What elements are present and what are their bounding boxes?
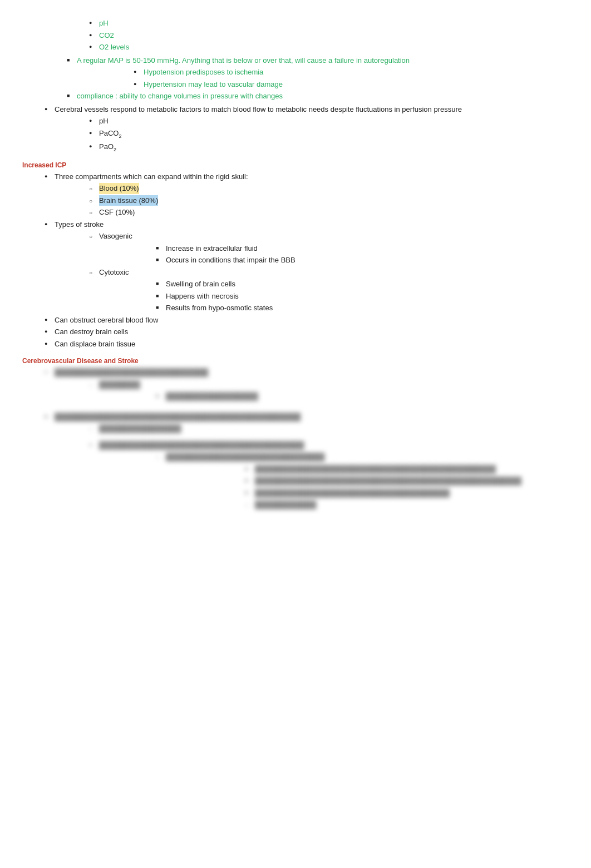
cerebral-list-item: ● Cerebral vessels respond to metabolic … [45, 104, 569, 115]
bullet-open-circle-icon: ○ [245, 501, 255, 509]
bullet-circle-icon: ● [89, 130, 99, 137]
bullet-square-icon: ■ [245, 489, 255, 497]
brain-tissue-text: Brain tissue (80%) [99, 195, 158, 206]
blurred-item-3: ■ ██████████████████████████████████████… [22, 411, 569, 510]
hypertension-text: Hypertension may lead to vascular damage [144, 79, 283, 90]
displace-text: Can displace brain tissue [55, 339, 135, 350]
bullet-open-circle-icon: ○ [89, 185, 99, 193]
swelling-text: Swelling of brain cells [166, 279, 235, 290]
cerebral-text: Cerebral vessels respond to metabolic fa… [55, 104, 462, 115]
list-item: ○ ████████████████ [89, 423, 569, 434]
bullet-square-icon: ■ [156, 304, 166, 312]
list-item: ● Can destroy brain cells [45, 326, 569, 338]
blurred-subitems: ○ ████████ ■ ██████████████████ [45, 379, 569, 402]
bullet-square-icon: ■ [245, 477, 255, 485]
bullet-circle-icon: ● [89, 43, 99, 51]
vasogenic-text: Vasogenic [99, 231, 132, 242]
list-item: ● ██████████████████████████████████████… [89, 440, 569, 451]
cvd-header: Cerebrovascular Disease and Stroke [22, 357, 569, 365]
list-item: ● Can displace brain tissue [45, 339, 569, 350]
cytotoxic-item: ○ Cytotoxic [89, 267, 569, 278]
map-text: A regular MAP is 50-150 mmHg. Anything t… [77, 55, 410, 66]
bullet-square-icon: ■ [156, 256, 166, 264]
list-item: ● Hypertension may lead to vascular dama… [134, 79, 569, 90]
blurred-content: ● ██████████████████████████████ ○ █████… [22, 367, 569, 510]
list-item: ● pH [89, 116, 569, 127]
list-item: ● PaCO2 [89, 128, 569, 140]
bullet-open-circle-icon: ○ [89, 381, 99, 389]
item-text: pH [99, 18, 109, 29]
increased-icp-section: Increased ICP ● Three compartments which… [22, 161, 569, 350]
blurred-item-1: ● ██████████████████████████████ ○ █████… [22, 367, 569, 402]
cerebral-subitems: ● pH ● PaCO2 ● PaO2 [45, 116, 569, 153]
bullet-circle-icon: ● [45, 221, 55, 229]
blurred-sub-6: ████████████████████████████████████████… [255, 475, 521, 487]
bullet-square-icon: ■ [156, 393, 166, 400]
list-item: ● PaO2 [89, 141, 569, 153]
blurred-level2-c: ● ██████████████████████████████████████… [45, 440, 569, 510]
list-item: ■ ██████████████████████████████████████… [245, 475, 569, 487]
bullet-circle-icon: ● [89, 117, 99, 125]
bullet-circle-icon: ● [45, 369, 55, 376]
bullet-circle-icon: ● [89, 19, 99, 27]
cerebral-section: ● Cerebral vessels respond to metabolic … [22, 104, 569, 153]
list-item: ■ ██████████████████ [156, 391, 569, 402]
bullet-circle-icon: ● [89, 442, 99, 449]
item-text: CO2 [99, 30, 114, 41]
cvd-section: Cerebrovascular Disease and Stroke ● ███… [22, 357, 569, 510]
list-item: ○ ████████ [89, 379, 569, 390]
compartments-item: ● Three compartments which can expand wi… [22, 171, 569, 218]
obstruct-text: Can obstruct cerebral blood flow [55, 315, 158, 326]
bullet-circle-icon: ● [89, 143, 99, 151]
map-section: ■ A regular MAP is 50-150 mmHg. Anything… [22, 55, 569, 102]
hypo-osmotic-text: Results from hypo-osmotic states [166, 302, 273, 314]
map-subitems: ● Hypotension predisposes to ischemia ● … [67, 67, 569, 90]
bullet-square-icon: ■ [156, 292, 166, 300]
blurred-level4: ■ ██████████████████████████████████████… [156, 464, 569, 499]
csf-item: ○ CSF (10%) [89, 207, 569, 218]
list-item: ■ Swelling of brain cells [156, 279, 569, 290]
blurred-group-2: ■ ██████████████████████████████████████… [22, 409, 569, 510]
pao2-text: PaO2 [99, 141, 116, 153]
stroke-types: ○ Vasogenic ■ Increase in extracellular … [45, 231, 569, 314]
bullet-square-icon: ■ [45, 413, 55, 421]
blurred-sub-5: ████████████████████████████████████████… [255, 464, 496, 475]
bullet-open-circle-icon: ○ [156, 453, 166, 462]
list-item: ● Can obstruct cerebral blood flow [45, 315, 569, 326]
list-item: ● O2 levels [89, 42, 569, 53]
vasogenic-subitems: ■ Increase in extracellular fluid ■ Occu… [89, 243, 569, 266]
bullet-square-icon: ■ [156, 245, 166, 252]
list-item: ■ Results from hypo-osmotic states [156, 302, 569, 314]
blurred-sub-8: ████████████ [255, 499, 317, 510]
blurred-sub-1: ████████ [99, 379, 140, 390]
bullet-open-circle-icon: ○ [89, 232, 99, 241]
bullet-circle-icon: ● [89, 32, 99, 39]
list-item: ● CO2 [89, 30, 569, 41]
list-item: ■ ██████████████████████████████████████ [245, 488, 569, 499]
bullet-circle-icon: ● [45, 106, 55, 113]
bullet-circle-icon: ● [45, 316, 55, 324]
brain-tissue-item: ○ Brain tissue (80%) [89, 195, 569, 206]
blurred-sub-2: ██████████████████ [166, 391, 258, 402]
bbb-text: Occurs in conditions that impair the BBB [166, 255, 296, 266]
compliance-item: ■ compliance : ability to change volumes… [67, 91, 569, 102]
page-content: ● pH ● CO2 ● O2 levels ■ A regular MAP i… [22, 11, 569, 510]
blurred-text-3: ████████████████████████████████████████… [55, 411, 301, 423]
bullet-circle-icon: ● [45, 340, 55, 348]
blurred-level3: ■ ██████████████████ [89, 391, 569, 402]
cytotoxic-text: Cytotoxic [99, 267, 129, 278]
list-item: ● pH [89, 18, 569, 29]
compartments-text: Three compartments which can expand with… [55, 171, 248, 182]
compartments-subitems: ○ Blood (10%) ○ Brain tissue (80%) ○ CSF… [45, 183, 569, 218]
vasogenic-item: ○ Vasogenic [89, 231, 569, 242]
types-list-item: ● Types of stroke [45, 219, 569, 230]
bullet-circle-icon: ● [45, 328, 55, 336]
list-item [45, 409, 569, 410]
list-item: ○ ███████████████████████████████ [156, 452, 569, 463]
obstruct-item: ● Can obstruct cerebral blood flow [22, 315, 569, 326]
list-item: ■ ██████████████████████████████████████… [45, 411, 569, 423]
bullet-circle-icon: ● [45, 173, 55, 181]
map-list-item: ■ A regular MAP is 50-150 mmHg. Anything… [67, 55, 569, 66]
bullet-open-circle-icon: ○ [89, 197, 99, 205]
csf-text: CSF (10%) [99, 207, 135, 218]
